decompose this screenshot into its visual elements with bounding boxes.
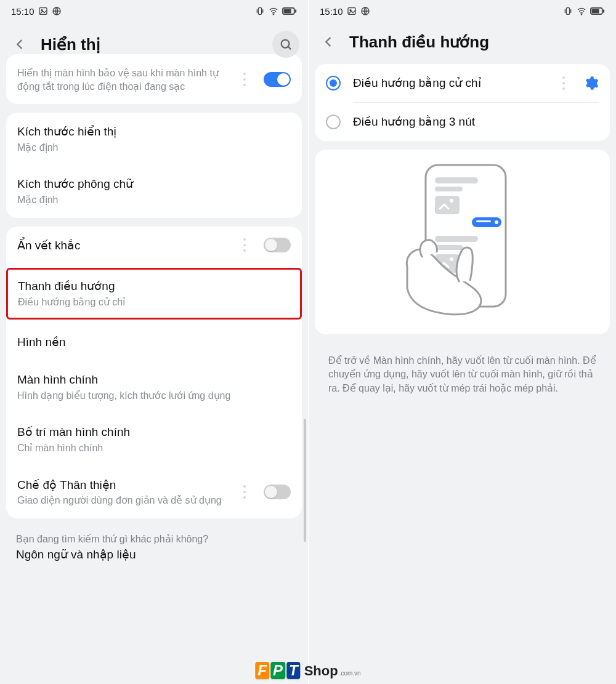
- row-home-screen[interactable]: Màn hình chính Hình dạng biểu tượng, kíc…: [6, 361, 302, 413]
- status-time: 15:10: [11, 6, 34, 17]
- page-title: Hiển thị: [41, 35, 272, 54]
- footer-language-input[interactable]: Ngôn ngữ và nhập liệu: [6, 547, 302, 568]
- display-size-sub: Mặc định: [17, 141, 291, 155]
- nav-bar-title: Thanh điều hướng: [18, 278, 290, 294]
- radio-selected-icon[interactable]: [326, 76, 341, 91]
- svg-rect-7: [295, 9, 297, 12]
- globe-icon: [360, 6, 370, 16]
- svg-point-21: [450, 199, 453, 203]
- option-gesture[interactable]: Điều hướng bằng cử chỉ: [315, 64, 610, 102]
- card-nav-options: Điều hướng bằng cử chỉ Điều hướng bằng 3…: [315, 64, 610, 141]
- more-icon[interactable]: [559, 76, 568, 90]
- fpt-shop-logo: F P T Shop .com.vn: [255, 662, 360, 679]
- gesture-illustration: [315, 150, 610, 334]
- font-size-sub: Mặc định: [17, 193, 291, 207]
- hand-phone-icon: [389, 159, 537, 321]
- status-time: 15:10: [320, 6, 343, 17]
- svg-rect-26: [435, 245, 463, 250]
- svg-rect-15: [592, 9, 599, 14]
- more-icon[interactable]: [240, 238, 249, 252]
- logo-f: F: [255, 662, 269, 679]
- svg-rect-25: [435, 236, 478, 242]
- svg-rect-3: [258, 8, 261, 15]
- option-gesture-label: Điều hướng bằng cử chỉ: [353, 75, 559, 91]
- screensaver-toggle[interactable]: [264, 72, 291, 87]
- svg-rect-18: [435, 177, 478, 183]
- svg-rect-12: [566, 8, 569, 15]
- row-font-size[interactable]: Kích thước phông chữ Mặc định: [6, 165, 302, 217]
- gear-icon[interactable]: [583, 75, 599, 91]
- option-three-button-label: Điều hướng bằng 3 nút: [353, 114, 599, 130]
- hide-notch-toggle[interactable]: [264, 238, 291, 252]
- image-icon: [38, 6, 48, 16]
- row-wallpaper[interactable]: Hình nền: [6, 323, 302, 361]
- wifi-icon: [577, 6, 586, 16]
- row-friendly-mode[interactable]: Chế độ Thân thiện Giao diện người dùng đ…: [6, 466, 302, 518]
- status-bar: 15:10: [309, 0, 616, 22]
- wallpaper-title: Hình nền: [17, 334, 291, 350]
- back-button[interactable]: [317, 31, 339, 53]
- screen-display-settings: 15:10: [0, 0, 308, 684]
- back-button[interactable]: [9, 33, 31, 55]
- page-title: Thanh điều hướng: [349, 33, 607, 52]
- logo-shop: Shop: [304, 663, 338, 679]
- scrollbar[interactable]: [304, 419, 306, 542]
- friendly-title: Chế độ Thân thiện: [17, 477, 240, 493]
- more-icon[interactable]: [240, 73, 249, 86]
- friendly-sub: Giao diện người dùng đơn giản và dễ sử d…: [17, 494, 240, 507]
- row-home-layout[interactable]: Bố trí màn hình chính Chỉ màn hình chính: [6, 413, 302, 465]
- battery-icon: [590, 6, 605, 16]
- footer-hint: Bạn đang tìm kiếm thứ gì khác phải không…: [6, 527, 302, 547]
- svg-point-13: [581, 14, 582, 15]
- card-sizes: Kích thước hiển thị Mặc định Kích thước …: [6, 113, 302, 217]
- vibrate-icon: [255, 6, 265, 16]
- titlebar: Thanh điều hướng: [309, 22, 616, 64]
- home-sub: Hình dạng biểu tượng, kích thước lưới ứn…: [17, 389, 291, 403]
- radio-unselected-icon[interactable]: [326, 115, 341, 129]
- svg-rect-19: [435, 187, 463, 191]
- globe-icon: [52, 6, 62, 16]
- svg-point-4: [273, 14, 274, 15]
- row-screensaver[interactable]: Hiển thị màn hình bảo vệ sau khi màn hìn…: [6, 54, 302, 104]
- row-display-size[interactable]: Kích thước hiển thị Mặc định: [6, 113, 302, 165]
- wifi-icon: [269, 6, 278, 16]
- card-visual: Ẩn vết khắc Thanh điều hướng Điều hướng …: [6, 227, 302, 518]
- svg-rect-6: [284, 9, 291, 14]
- svg-point-1: [41, 10, 43, 11]
- vibrate-icon: [563, 6, 573, 16]
- logo-tld: .com.vn: [339, 670, 361, 677]
- svg-rect-23: [476, 220, 491, 222]
- status-bar: 15:10: [0, 0, 308, 22]
- screensaver-sub: Hiển thị màn hình bảo vệ sau khi màn hìn…: [17, 66, 240, 93]
- home-layout-title: Bố trí màn hình chính: [17, 424, 291, 440]
- row-navigation-bar[interactable]: Thanh điều hướng Điều hướng bằng cử chỉ: [6, 268, 302, 319]
- option-three-button[interactable]: Điều hướng bằng 3 nút: [315, 103, 610, 141]
- logo-p: P: [270, 662, 285, 679]
- home-layout-sub: Chỉ màn hình chính: [17, 441, 291, 455]
- row-hide-notch[interactable]: Ẩn vết khắc: [6, 227, 302, 265]
- svg-point-28: [450, 257, 453, 261]
- card-screensaver: Hiển thị màn hình bảo vệ sau khi màn hìn…: [6, 54, 302, 104]
- search-button[interactable]: [272, 31, 299, 58]
- font-size-title: Kích thước phông chữ: [17, 176, 291, 192]
- more-icon[interactable]: [240, 485, 249, 499]
- svg-rect-16: [603, 9, 605, 12]
- friendly-toggle[interactable]: [264, 485, 291, 499]
- svg-rect-20: [435, 196, 460, 214]
- gesture-help-text: Để trở về Màn hình chính, hãy vuốt lên t…: [315, 343, 610, 396]
- logo-t: T: [286, 662, 301, 679]
- svg-point-10: [350, 10, 351, 11]
- svg-point-24: [495, 220, 498, 224]
- nav-bar-sub: Điều hướng bằng cử chỉ: [18, 296, 290, 309]
- image-icon: [347, 6, 357, 16]
- home-title: Màn hình chính: [17, 372, 291, 388]
- hide-notch-title: Ẩn vết khắc: [17, 238, 240, 254]
- battery-icon: [282, 6, 297, 16]
- svg-point-8: [282, 40, 290, 48]
- screen-navigation-bar: 15:10: [308, 0, 616, 684]
- display-size-title: Kích thước hiển thị: [17, 124, 291, 140]
